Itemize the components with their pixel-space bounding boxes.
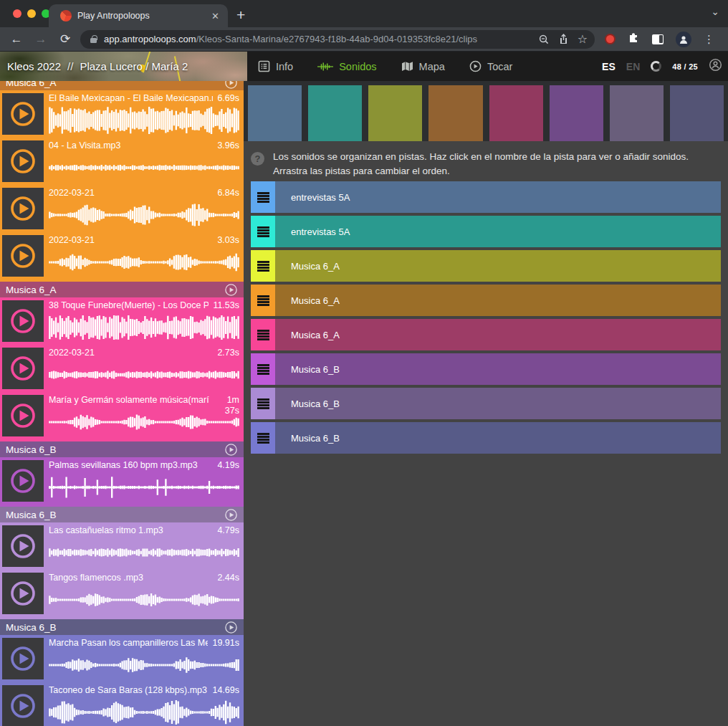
- clip-row[interactable]: 2022-03-21 3.03s: [0, 232, 244, 280]
- track-drag-handle[interactable]: [251, 250, 275, 282]
- track-body[interactable]: Musica 6_B: [275, 388, 721, 419]
- track-row[interactable]: Musica 6_A: [251, 319, 721, 350]
- track-color-swatch[interactable]: [610, 85, 664, 141]
- section-play-icon[interactable]: [224, 508, 238, 522]
- track-body[interactable]: entrevistas 5A: [275, 181, 721, 213]
- breadcrumb-project-link[interactable]: Kleos 2022: [7, 60, 61, 72]
- new-tab-button[interactable]: +: [236, 6, 245, 24]
- forward-button[interactable]: →: [29, 32, 53, 47]
- track-drag-handle[interactable]: [251, 388, 275, 419]
- track-row[interactable]: Musica 6_B: [251, 353, 721, 385]
- track-name[interactable]: Musica 6_B: [291, 364, 340, 375]
- track-color-swatch[interactable]: [368, 85, 422, 141]
- track-row[interactable]: entrevistas 5A: [251, 216, 721, 247]
- clip-row[interactable]: 2022-03-21 2.73s: [0, 345, 244, 392]
- side-panel-icon[interactable]: [652, 34, 664, 44]
- tab-tocar[interactable]: Tocar: [469, 60, 512, 72]
- browser-tab[interactable]: Play Antropoloops ✕: [49, 4, 228, 27]
- track-body[interactable]: entrevistas 5A: [275, 216, 721, 247]
- clip-play-button[interactable]: [2, 395, 44, 436]
- track-name[interactable]: Musica 6_B: [291, 433, 340, 444]
- track-row[interactable]: Musica 6_A: [251, 285, 721, 316]
- track-name[interactable]: Musica 6_B: [291, 398, 340, 409]
- tab-close-icon[interactable]: ✕: [210, 11, 221, 22]
- section-header[interactable]: Musica 6_A: [0, 282, 244, 297]
- track-drag-handle[interactable]: [251, 216, 275, 247]
- lang-en-button[interactable]: EN: [626, 61, 640, 72]
- tab-sonidos[interactable]: Sonidos: [317, 61, 376, 72]
- track-row[interactable]: Musica 6_B: [251, 388, 721, 419]
- track-color-swatch[interactable]: [428, 85, 482, 141]
- track-row[interactable]: Musica 6_B: [251, 422, 721, 454]
- clip-play-button[interactable]: [2, 460, 44, 502]
- section-header[interactable]: Musica 6_B: [0, 507, 244, 522]
- track-drag-handle[interactable]: [251, 319, 275, 350]
- profile-avatar[interactable]: [676, 32, 691, 47]
- clip-row[interactable]: El Baile Mexicapan - El Baile Mexicapan.…: [0, 90, 244, 138]
- track-name[interactable]: Musica 6_A: [291, 261, 340, 272]
- track-color-swatch[interactable]: [670, 85, 724, 141]
- clip-row[interactable]: Tangos flamencos .mp3 2.44s: [0, 570, 244, 617]
- reload-button[interactable]: ⟳: [53, 32, 77, 47]
- clip-play-button[interactable]: [2, 638, 44, 679]
- track-name[interactable]: Musica 6_A: [291, 330, 340, 340]
- section-name[interactable]: Musica 6_A: [6, 285, 224, 295]
- track-color-swatch[interactable]: [248, 85, 302, 141]
- zoom-page-icon[interactable]: [538, 34, 550, 45]
- back-button[interactable]: ←: [4, 32, 29, 47]
- track-body[interactable]: Musica 6_A: [275, 319, 721, 350]
- section-play-icon[interactable]: [224, 81, 238, 90]
- clip-play-button[interactable]: [2, 525, 44, 567]
- clip-row[interactable]: 38 Toque Funebre(Muerte) - Los Doce Par.…: [0, 297, 244, 345]
- track-name[interactable]: entrevistas 5A: [291, 226, 350, 237]
- track-drag-handle[interactable]: [251, 353, 275, 385]
- track-drag-handle[interactable]: [251, 285, 275, 316]
- track-body[interactable]: Musica 6_B: [275, 353, 721, 385]
- tab-search-chevron-icon[interactable]: ⌄: [711, 6, 719, 17]
- track-body[interactable]: Musica 6_B: [275, 422, 721, 454]
- lock-icon[interactable]: [90, 38, 97, 43]
- section-header[interactable]: Musica 6_B: [0, 441, 244, 457]
- clip-play-button[interactable]: [2, 685, 44, 726]
- account-button[interactable]: [709, 58, 722, 75]
- clip-play-button[interactable]: [2, 300, 44, 342]
- section-name[interactable]: Musica 6_B: [6, 510, 224, 520]
- track-color-swatch[interactable]: [550, 85, 603, 141]
- section-play-icon[interactable]: [224, 621, 238, 634]
- clip-row[interactable]: Marcha Pasan los campanilleros Las Mejor…: [0, 635, 244, 682]
- track-name[interactable]: entrevistas 5A: [291, 192, 350, 203]
- window-close-button[interactable]: [13, 9, 21, 18]
- track-color-swatch[interactable]: [489, 85, 543, 141]
- help-icon[interactable]: ?: [251, 152, 264, 166]
- bookmark-star-icon[interactable]: ☆: [578, 32, 588, 46]
- browser-menu-icon[interactable]: ⋮: [704, 33, 714, 46]
- section-name[interactable]: Musica 6_B: [6, 622, 224, 633]
- track-row[interactable]: Musica 6_A: [251, 250, 721, 282]
- clip-play-button[interactable]: [2, 573, 44, 614]
- track-body[interactable]: Musica 6_A: [275, 285, 721, 316]
- clip-play-button[interactable]: [2, 188, 44, 229]
- clip-play-button[interactable]: [2, 140, 44, 182]
- clip-row[interactable]: Palmas sevillanas 160 bpm mp3.mp3 4.19s: [0, 457, 244, 505]
- tab-mapa[interactable]: Mapa: [401, 61, 445, 72]
- clip-play-button[interactable]: [2, 235, 44, 277]
- tab-info[interactable]: Info: [258, 60, 293, 72]
- record-extension-icon[interactable]: [605, 34, 616, 44]
- address-bar[interactable]: app.antropoloops.com/Kleos-Santa-Marina/…: [80, 30, 595, 49]
- share-icon[interactable]: [558, 34, 569, 45]
- clip-play-button[interactable]: [2, 93, 44, 135]
- section-header[interactable]: Musica 6_A: [0, 81, 244, 90]
- section-header[interactable]: Musica 6_B: [0, 619, 244, 635]
- clip-row[interactable]: 04 - La Visita.mp3 3.96s: [0, 138, 244, 185]
- clip-play-button[interactable]: [2, 348, 44, 389]
- track-body[interactable]: Musica 6_A: [275, 250, 721, 282]
- track-drag-handle[interactable]: [251, 181, 275, 213]
- track-name[interactable]: Musica 6_A: [291, 295, 340, 306]
- clip-row[interactable]: María y Germán solamente música(maría 2.…: [0, 392, 244, 439]
- track-drag-handle[interactable]: [251, 422, 275, 454]
- track-row[interactable]: entrevistas 5A: [251, 181, 721, 213]
- clip-row[interactable]: Taconeo de Sara Baras (128 kbps).mp3 14.…: [0, 682, 244, 726]
- section-play-icon[interactable]: [224, 283, 238, 297]
- clip-row[interactable]: Las castañuelas ritmo 1.mp3 4.79s: [0, 522, 244, 570]
- extensions-puzzle-icon[interactable]: [628, 32, 640, 47]
